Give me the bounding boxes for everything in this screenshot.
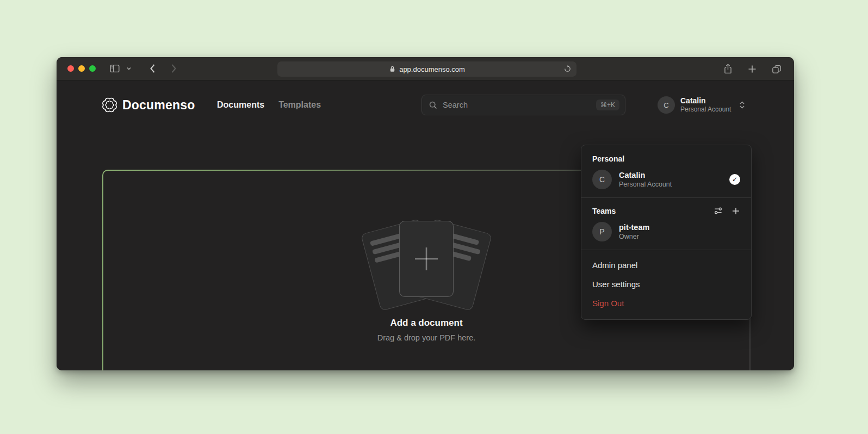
search-placeholder: Search xyxy=(443,101,591,109)
back-icon[interactable] xyxy=(145,63,160,74)
profile-name: Catalin xyxy=(680,96,731,106)
tab-overview-icon[interactable] xyxy=(767,64,786,75)
minimize-window-button[interactable] xyxy=(78,65,85,72)
menu-item-user-settings[interactable]: User settings xyxy=(581,275,751,294)
zoom-window-button[interactable] xyxy=(89,65,96,72)
avatar: P xyxy=(592,222,612,241)
menu-section-personal: Personal xyxy=(581,150,751,167)
browser-window: app.documenso.com xyxy=(57,57,794,370)
documenso-app: Documenso Documents Templates Search ⌘+K xyxy=(57,81,794,370)
avatar: C xyxy=(658,96,675,114)
team-role: Owner xyxy=(619,232,649,241)
menu-section-teams: Teams xyxy=(581,201,751,219)
card-front-add xyxy=(399,221,454,297)
create-team-icon[interactable] xyxy=(731,207,740,215)
share-icon[interactable] xyxy=(718,63,737,75)
team-item-pit-team[interactable]: P pit-team Owner xyxy=(581,219,751,249)
new-tab-icon[interactable] xyxy=(743,64,761,74)
documenso-logo-icon xyxy=(102,98,117,113)
empty-state-title: Add a document xyxy=(390,318,462,328)
desktop-background: app.documenso.com xyxy=(0,0,868,434)
reload-icon[interactable] xyxy=(563,65,572,73)
teams-header-label: Teams xyxy=(592,207,616,215)
brand-name: Documenso xyxy=(122,98,195,113)
search-icon xyxy=(429,101,438,110)
manage-teams-icon[interactable] xyxy=(714,206,723,215)
selected-check-icon: ✓ xyxy=(729,174,740,185)
empty-state-subtitle: Drag & drop your PDF here. xyxy=(377,333,476,342)
address-bar-url: app.documenso.com xyxy=(399,65,465,73)
menu-divider xyxy=(581,197,751,198)
personal-account-item[interactable]: C Catalin Personal Account ✓ xyxy=(581,167,751,196)
team-name: pit-team xyxy=(619,222,649,232)
sidebar-chevron-icon[interactable] xyxy=(125,66,136,71)
forward-icon[interactable] xyxy=(166,63,182,74)
profile-dropdown-menu: Personal C Catalin Personal Account ✓ Te… xyxy=(581,145,752,320)
account-subtitle: Personal Account xyxy=(619,180,672,189)
document-cards-illustration xyxy=(367,221,486,302)
search-input[interactable]: Search ⌘+K xyxy=(421,95,625,115)
main-nav: Documents Templates xyxy=(217,100,321,110)
account-name: Catalin xyxy=(619,170,672,180)
documenso-logo[interactable]: Documenso xyxy=(102,98,195,113)
profile-subtitle: Personal Account xyxy=(680,106,731,114)
avatar: C xyxy=(592,170,612,189)
nav-templates[interactable]: Templates xyxy=(278,100,321,110)
sidebar-toggle-icon[interactable] xyxy=(104,63,125,75)
menu-divider xyxy=(581,250,751,250)
app-header: Documenso Documents Templates Search ⌘+K xyxy=(57,81,794,129)
nav-documents[interactable]: Documents xyxy=(217,100,264,110)
lock-icon xyxy=(389,65,396,73)
address-bar[interactable]: app.documenso.com xyxy=(277,61,576,77)
plus-icon xyxy=(412,244,441,274)
window-controls xyxy=(67,65,96,72)
profile-menu-button[interactable]: C Catalin Personal Account xyxy=(658,96,746,114)
close-window-button[interactable] xyxy=(67,65,74,72)
menu-item-admin-panel[interactable]: Admin panel xyxy=(581,256,751,275)
menu-item-sign-out[interactable]: Sign Out xyxy=(581,294,751,313)
chevron-up-down-icon xyxy=(739,101,746,109)
browser-toolbar: app.documenso.com xyxy=(57,57,794,80)
search-shortcut-badge: ⌘+K xyxy=(596,100,619,110)
